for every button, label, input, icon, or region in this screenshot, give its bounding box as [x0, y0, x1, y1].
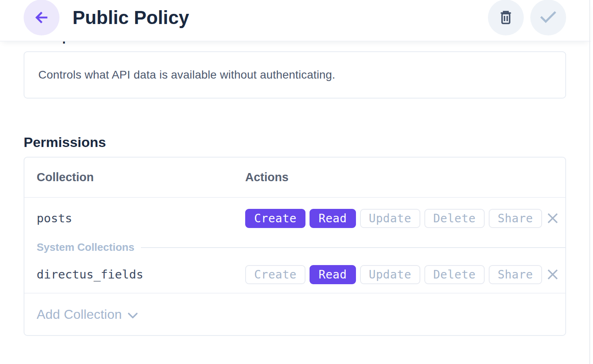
- save-button[interactable]: [530, 0, 566, 35]
- system-collections-divider: System Collections: [24, 239, 565, 256]
- permission-row-directus-fields[interactable]: directus_fields Create Read Update Delet…: [24, 256, 565, 294]
- actions-cell: Create Read Update Delete Share: [245, 265, 559, 284]
- description-value: Controls what API data is available with…: [38, 68, 335, 81]
- delete-policy-button[interactable]: [488, 0, 524, 35]
- policy-detail-page: Description Public Policy: [0, 0, 593, 364]
- action-share-button[interactable]: Share: [489, 209, 542, 228]
- chevron-down-icon: [122, 310, 138, 319]
- close-icon: [547, 268, 559, 281]
- column-header-actions: Actions: [245, 171, 288, 184]
- close-icon: [547, 212, 559, 224]
- scrollbar-track[interactable]: [589, 0, 590, 364]
- action-update-button[interactable]: Update: [360, 209, 420, 228]
- column-header-collection: Collection: [37, 171, 245, 184]
- action-read-button[interactable]: Read: [310, 209, 356, 228]
- page-title: Public Policy: [72, 7, 189, 29]
- action-delete-button[interactable]: Delete: [424, 209, 485, 228]
- action-update-button[interactable]: Update: [360, 265, 420, 284]
- action-delete-button[interactable]: Delete: [424, 265, 485, 284]
- permissions-heading: Permissions: [24, 134, 106, 150]
- permissions-table-header: Collection Actions: [24, 158, 565, 198]
- back-button[interactable]: [24, 0, 59, 35]
- add-collection-label: Add Collection: [37, 307, 122, 322]
- action-share-button[interactable]: Share: [489, 265, 542, 284]
- action-read-button[interactable]: Read: [310, 265, 356, 284]
- permission-row-posts[interactable]: posts Create Read Update Delete Share: [24, 198, 565, 239]
- action-create-button[interactable]: Create: [245, 265, 305, 284]
- add-collection-button[interactable]: Add Collection: [24, 294, 565, 335]
- description-input[interactable]: Controls what API data is available with…: [24, 51, 566, 99]
- trash-icon: [499, 10, 513, 25]
- arrow-left-icon: [33, 9, 50, 26]
- actions-cell: Create Read Update Delete Share: [245, 209, 559, 228]
- check-icon: [540, 11, 556, 24]
- permissions-table: Collection Actions posts Create Read Upd…: [24, 157, 566, 336]
- action-create-button[interactable]: Create: [245, 209, 305, 228]
- system-collections-label: System Collections: [37, 241, 134, 254]
- collection-name: posts: [37, 211, 245, 225]
- divider-line: [141, 247, 565, 248]
- page-header: Public Policy: [0, 0, 591, 42]
- collection-name: directus_fields: [37, 268, 245, 281]
- remove-row-button[interactable]: [546, 212, 559, 225]
- remove-row-button[interactable]: [546, 268, 559, 281]
